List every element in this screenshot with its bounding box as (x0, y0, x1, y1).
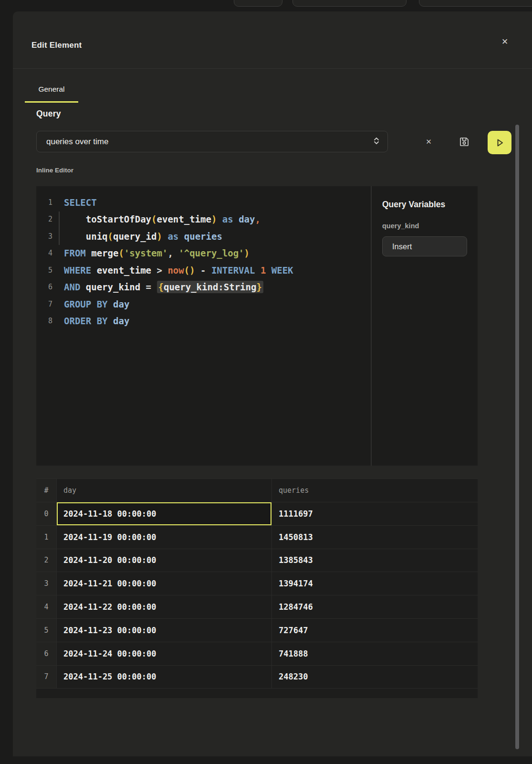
query-select[interactable]: queries over time (36, 131, 388, 152)
play-icon (494, 137, 505, 149)
query-variable-chip[interactable]: {query_kind:String} (157, 281, 263, 293)
column-header-index[interactable]: # (36, 479, 57, 502)
background-input (419, 0, 532, 7)
modal-title: Edit Element (31, 41, 82, 50)
day-cell[interactable]: 2024-11-21 00:00:00 (57, 572, 272, 595)
row-index-cell[interactable]: 4 (36, 595, 57, 618)
background-input (292, 0, 407, 7)
day-cell[interactable]: 2024-11-22 00:00:00 (57, 595, 272, 618)
table-row: 42024-11-22 00:00:001284746 (36, 595, 478, 619)
tab-general[interactable]: General (25, 78, 78, 103)
table-row: 02024-11-18 00:00:001111697 (36, 502, 478, 526)
table-row: 12024-11-19 00:00:001450813 (36, 526, 478, 549)
tab-bar: General (25, 78, 78, 103)
sql-editor[interactable]: 1SELECT2 toStartOfDay(event_time) as day… (36, 186, 478, 466)
query-variables-title: Query Variables (382, 200, 467, 210)
floppy-disk-icon (459, 136, 470, 148)
line-number: 5 (36, 266, 52, 275)
line-number: 8 (36, 317, 52, 325)
code-line[interactable]: 7GROUP BY day (36, 296, 371, 313)
code-pane[interactable]: 1SELECT2 toStartOfDay(event_time) as day… (36, 186, 371, 466)
line-number: 2 (36, 215, 52, 223)
results-table: #dayqueries02024-11-18 00:00:00111169712… (36, 478, 478, 698)
variable-name-label: query_kind (382, 222, 467, 230)
row-index-cell[interactable]: 7 (36, 666, 57, 689)
row-index-cell[interactable]: 2 (36, 549, 57, 572)
queries-cell[interactable]: 1284746 (272, 595, 478, 618)
table-row: 22024-11-20 00:00:001385843 (36, 549, 478, 573)
chevron-up-down-icon (372, 136, 381, 148)
modal-header: Edit Element ✕ (13, 11, 532, 69)
background-app-strip (0, 0, 532, 11)
table-row: 72024-11-25 00:00:00248230 (36, 666, 478, 689)
day-cell[interactable]: 2024-11-19 00:00:00 (57, 526, 272, 549)
save-icon[interactable] (453, 131, 475, 152)
code-line[interactable]: 3 uniq(query_id) as queries (36, 228, 371, 245)
selected-day-cell[interactable]: 2024-11-18 00:00:00 (57, 502, 272, 525)
day-cell[interactable]: 2024-11-25 00:00:00 (57, 666, 272, 689)
day-cell[interactable]: 2024-11-20 00:00:00 (57, 549, 272, 572)
modal-scrollbar-thumb[interactable] (515, 125, 519, 749)
indent-guide (59, 212, 60, 245)
clear-query-icon[interactable]: ✕ (418, 131, 439, 152)
line-number: 4 (36, 249, 52, 257)
code-line[interactable]: 2 toStartOfDay(event_time) as day, (36, 211, 371, 228)
code-line[interactable]: 4FROM merge('system', '^query_log') (36, 245, 371, 262)
code-line[interactable]: 6AND query_kind = {query_kind:String} (36, 279, 371, 296)
insert-variable-button[interactable]: Insert (382, 236, 467, 256)
column-header-queries[interactable]: queries (272, 479, 478, 502)
line-number: 1 (36, 198, 52, 207)
table-row: 32024-11-21 00:00:001394174 (36, 572, 478, 595)
queries-cell[interactable]: 248230 (272, 666, 478, 689)
code-line[interactable]: 1SELECT (36, 194, 371, 211)
line-number: 6 (36, 283, 52, 291)
code-line[interactable]: 5WHERE event_time > now() - INTERVAL 1 W… (36, 262, 371, 279)
background-button (234, 0, 282, 7)
query-variables-panel: Query Variables query_kind Insert (372, 186, 478, 466)
query-section-heading: Query (36, 109, 478, 119)
query-select-value: queries over time (46, 137, 108, 147)
row-index-cell[interactable]: 6 (36, 642, 57, 665)
inline-editor-label: Inline Editor (36, 167, 478, 174)
modal-body: Query queries over time ✕ (36, 109, 478, 698)
queries-cell[interactable]: 1450813 (272, 526, 478, 549)
close-icon[interactable]: ✕ (498, 34, 512, 49)
queries-cell[interactable]: 727647 (272, 619, 478, 642)
queries-cell[interactable]: 741888 (272, 642, 478, 665)
query-select-row: queries over time ✕ (36, 131, 478, 152)
run-query-button[interactable] (488, 131, 511, 154)
line-number: 7 (36, 300, 52, 308)
table-header-row: #dayqueries (36, 479, 478, 502)
table-row: 62024-11-24 00:00:00741888 (36, 642, 478, 666)
code-line[interactable]: 8ORDER BY day (36, 313, 371, 330)
edit-element-modal: Edit Element ✕ General Query queries ove… (13, 11, 532, 756)
line-number: 3 (36, 232, 52, 241)
row-index-cell[interactable]: 1 (36, 526, 57, 549)
day-cell[interactable]: 2024-11-24 00:00:00 (57, 642, 272, 665)
row-index-cell[interactable]: 5 (36, 619, 57, 642)
day-cell[interactable]: 2024-11-23 00:00:00 (57, 619, 272, 642)
queries-cell[interactable]: 1111697 (272, 502, 478, 525)
queries-cell[interactable]: 1385843 (272, 549, 478, 572)
row-index-cell[interactable]: 3 (36, 572, 57, 595)
row-index-cell[interactable]: 0 (36, 502, 57, 525)
queries-cell[interactable]: 1394174 (272, 572, 478, 595)
table-row: 52024-11-23 00:00:00727647 (36, 619, 478, 642)
column-header-day[interactable]: day (57, 479, 272, 502)
